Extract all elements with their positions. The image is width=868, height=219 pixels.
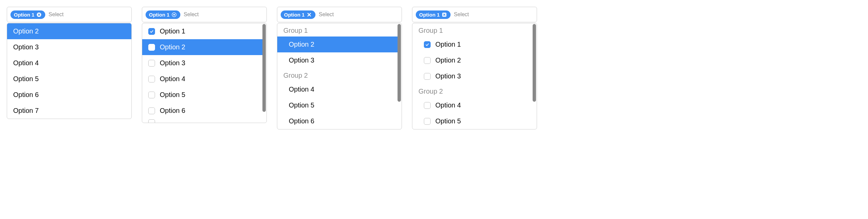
select-widget: Option 1SelectGroup 1Option 1Option 2Opt… <box>412 7 537 129</box>
select-placeholder: Select <box>319 11 334 18</box>
remove-chip-icon[interactable] <box>442 12 447 17</box>
option-label: Option 2 <box>160 43 185 51</box>
dropdown-option[interactable]: Option 6 <box>7 87 131 103</box>
option-label: Option 2 <box>13 27 39 35</box>
dropdown-option[interactable]: Option 5 <box>412 113 533 129</box>
dropdown-option[interactable]: Option 6 <box>277 113 398 129</box>
option-label: Option 5 <box>435 117 461 125</box>
scrollbar[interactable] <box>262 24 266 122</box>
dropdown-option[interactable]: Option 2 <box>277 36 398 52</box>
dropdown-panel: Group 1Option 1Option 2Option 3Group 2Op… <box>412 23 537 129</box>
option-label: Option 2 <box>435 56 461 64</box>
select-placeholder: Select <box>49 11 63 18</box>
option-checkbox[interactable] <box>148 44 155 51</box>
option-label: Option 5 <box>289 101 314 109</box>
group-label: Group 2 <box>277 68 398 81</box>
dropdown-option[interactable]: Option 4 <box>412 97 533 113</box>
option-label: Option 7 <box>13 107 39 115</box>
scrollbar-thumb[interactable] <box>533 24 536 102</box>
option-label: Option 3 <box>160 59 185 67</box>
select-widget: Option 1SelectOption 2Option 3Option 4Op… <box>7 7 132 119</box>
option-checkbox[interactable] <box>424 102 431 109</box>
option-label: Option 2 <box>289 41 314 48</box>
option-label: Option 4 <box>13 59 39 67</box>
option-label: Option 6 <box>289 117 314 125</box>
group-label: Group 1 <box>412 23 533 36</box>
dropdown-option[interactable]: Option 5 <box>277 97 398 113</box>
option-checkbox[interactable] <box>424 57 431 64</box>
option-label: Option 4 <box>289 86 314 93</box>
chip-label: Option 1 <box>149 12 170 18</box>
group-label: Group 2 <box>412 84 533 97</box>
dropdown-option[interactable]: Option 5 <box>7 71 131 87</box>
dropdown-panel: Option 1Option 2Option 3Option 4Option 5… <box>142 23 267 123</box>
select-input[interactable]: Option 1Select <box>277 7 402 22</box>
option-label: Option 1 <box>160 27 185 35</box>
select-input[interactable]: Option 1Select <box>7 7 132 22</box>
dropdown-panel: Group 1Option 2Option 3Group 2Option 4Op… <box>277 23 402 129</box>
remove-chip-icon[interactable] <box>172 12 177 17</box>
select-widget: Option 1SelectGroup 1Option 2Option 3Gro… <box>277 7 402 129</box>
dropdown-option[interactable]: Option 2 <box>412 52 533 68</box>
chip-label: Option 1 <box>14 12 34 18</box>
select-placeholder: Select <box>454 11 469 18</box>
dropdown-option[interactable]: Option 3 <box>142 55 262 71</box>
option-checkbox[interactable] <box>424 41 431 48</box>
chip-label: Option 1 <box>419 12 440 18</box>
select-input[interactable]: Option 1Select <box>142 7 267 22</box>
scrollbar[interactable] <box>533 24 536 128</box>
dropdown-option[interactable]: Option 6 <box>142 103 262 119</box>
selected-chip: Option 1 <box>281 10 315 19</box>
option-checkbox[interactable] <box>148 92 155 98</box>
dropdown-option[interactable]: Option 5 <box>142 87 262 103</box>
selected-chip: Option 1 <box>10 10 45 19</box>
option-label: Option 1 <box>435 41 461 48</box>
group-label: Group 1 <box>277 23 398 36</box>
option-label: Option 3 <box>13 43 39 51</box>
scrollbar-thumb[interactable] <box>262 24 266 112</box>
dropdown-panel: Option 2Option 3Option 4Option 5Option 6… <box>7 23 132 119</box>
option-label: Option 4 <box>160 75 185 83</box>
dropdown-option[interactable]: Option 4 <box>7 55 131 71</box>
option-label: Option 4 <box>435 101 461 109</box>
dropdown-option[interactable]: Option 4 <box>277 81 398 97</box>
option-checkbox[interactable] <box>148 76 155 82</box>
option-label: Option 5 <box>13 75 39 83</box>
option-label: Option 3 <box>289 56 314 64</box>
option-label: Option 6 <box>13 91 39 99</box>
option-label: Option 6 <box>160 107 185 115</box>
chip-label: Option 1 <box>284 12 305 18</box>
option-label: Option 3 <box>435 72 461 80</box>
remove-chip-icon[interactable] <box>36 12 42 17</box>
remove-chip-icon[interactable] <box>307 12 312 17</box>
dropdown-option[interactable]: Option 1 <box>412 36 533 52</box>
dropdown-option[interactable]: Option 4 <box>142 71 262 87</box>
option-checkbox[interactable] <box>148 107 155 114</box>
dropdown-option[interactable]: Option 3 <box>7 39 131 55</box>
select-input[interactable]: Option 1Select <box>412 7 537 22</box>
selected-chip: Option 1 <box>146 10 180 19</box>
dropdown-option-partial[interactable] <box>142 119 262 123</box>
option-checkbox[interactable] <box>424 118 431 125</box>
dropdown-option[interactable]: Option 2 <box>7 23 131 39</box>
dropdown-option[interactable]: Option 2 <box>142 39 262 55</box>
option-checkbox[interactable] <box>148 60 155 67</box>
select-widget: Option 1SelectOption 1Option 2Option 3Op… <box>142 7 267 123</box>
dropdown-option[interactable]: Option 3 <box>277 52 398 68</box>
option-checkbox[interactable] <box>148 119 155 123</box>
option-checkbox[interactable] <box>424 73 431 80</box>
option-label: Option 5 <box>160 91 185 99</box>
svg-point-2 <box>173 14 175 16</box>
dropdown-option[interactable]: Option 3 <box>412 68 533 84</box>
select-placeholder: Select <box>184 11 199 18</box>
option-checkbox[interactable] <box>148 28 155 35</box>
dropdown-option[interactable]: Option 7 <box>7 103 131 119</box>
scrollbar-thumb[interactable] <box>398 24 401 102</box>
scrollbar[interactable] <box>398 24 401 128</box>
selected-chip: Option 1 <box>416 10 451 19</box>
dropdown-option[interactable]: Option 1 <box>142 23 262 39</box>
